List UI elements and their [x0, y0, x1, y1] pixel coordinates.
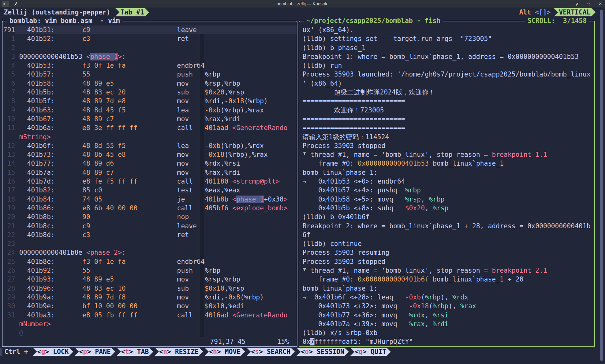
- scrollbar-thumb[interactable]: [600, 10, 603, 361]
- asm-line: 5 401b57: 55 push %rbp: [3, 70, 297, 79]
- keybind-pane[interactable]: <p> PANE: [75, 348, 115, 356]
- asm-line: 19 401b86: e8 6b 40 00 00 call 405bf6 <e…: [3, 204, 297, 213]
- terminal-line: (lldb) continue: [299, 239, 594, 248]
- asm-line: mString>: [3, 133, 297, 141]
- asm-line: 22 401b8d: c3 ret: [3, 230, 297, 239]
- terminal-line: Process 35903 stopped: [299, 141, 594, 150]
- asm-line: 17 401b82: 85 c0 test %eax,%eax: [3, 186, 297, 195]
- scrollbar[interactable]: [599, 9, 604, 362]
- terminal-line: ==========================: [299, 123, 594, 132]
- line-number: [3, 320, 15, 328]
- terminal-line: (lldb) b phase_1: [299, 43, 594, 52]
- asm-line: 9 401b63: 48 8d 45 f5 lea -0xb(%rbp),%ra…: [3, 106, 297, 115]
- line-number: 18: [3, 195, 15, 204]
- line-number: 27: [3, 275, 15, 284]
- terminal-line: frame #0: 0x0000000000401b6f bomb_linux`…: [299, 275, 594, 284]
- keybind-lock[interactable]: <g> LOCK: [33, 348, 73, 356]
- asm-line: 30000000000401b53 <phase_1>:: [3, 52, 297, 61]
- asm-line: 1 401b52: c3 ret: [3, 34, 297, 43]
- terminal-line: 0x401b73 <+32>: movq -0x18(%rbp), %rax: [299, 302, 594, 310]
- asm-line: 16 401b7d: e8 fe f5 ff ff call 401180 <s…: [3, 177, 297, 186]
- terminal-line: * thread #1, name = 'bomb_linux', stop r…: [299, 150, 594, 159]
- line-number: 4: [3, 61, 15, 70]
- vim-buffer[interactable]: 791 401b51: c9 leave1 401b52: c3 ret2300…: [3, 26, 297, 346]
- maximize-icon[interactable]: ◇: [587, 1, 591, 7]
- asm-line: 31 401ba3: e8 05 fb ff ff call 4016ad <G…: [3, 311, 297, 320]
- asm-line: 791,37-45 15%: [3, 337, 297, 346]
- line-number: 10: [3, 115, 15, 123]
- terminal-line: → 0x401b6f <+28>: leaq -0xb(%rbp), %rdx: [299, 293, 594, 302]
- line-number: 29: [3, 293, 15, 302]
- terminal-line: 0x401b7a <+39>: movq %rax, %rdi: [299, 320, 594, 328]
- asm-line: @: [3, 328, 297, 337]
- terminal-line: Process 35903 resuming: [299, 248, 594, 257]
- line-number: 24: [3, 248, 15, 257]
- line-number: [3, 337, 15, 346]
- asm-line: 11 401b6a: e8 3e ff ff ff call 401aad <G…: [3, 123, 297, 132]
- terminal-line: bomb_linux`phase_1:: [299, 168, 594, 177]
- line-number: 6: [3, 79, 15, 88]
- line-number: 12: [3, 141, 15, 150]
- asm-line: 26 401b92: 55 push %rbp: [3, 266, 297, 275]
- zellij-status-bar: Ctrl + <g> LOCK<p> PANE<t> TAB<n> RESIZE…: [0, 348, 597, 356]
- terminal-line: Process 35903 stopped: [299, 257, 594, 266]
- asm-line: 10 401b67: 48 89 c7 mov %rax,%rdi: [3, 115, 297, 123]
- asm-line: 2: [3, 43, 297, 52]
- asm-line: 21 401b8c: c9 leave: [3, 222, 297, 230]
- line-number: 2: [3, 43, 15, 52]
- asm-line: 791 401b51: c9 leave: [3, 26, 297, 34]
- keybind-session[interactable]: <o> SESSION: [297, 348, 349, 356]
- line-number: 17: [3, 186, 15, 195]
- ctrl-prefix: Ctrl +: [2, 348, 31, 355]
- line-number: 11: [3, 123, 15, 132]
- terminal-line: 0x401b58 <+5>: movq %rsp, %rbp: [299, 195, 594, 204]
- asm-line: 18 401b84: 74 05 je 401b8b <phase_1+0x38…: [3, 195, 297, 204]
- terminal-line: frame #0: 0x0000000000401b53 bomb_linux`…: [299, 159, 594, 168]
- line-number: 23: [3, 239, 15, 248]
- terminal-line: (lldb) x/s $rbp-0xb: [299, 328, 594, 337]
- asm-line: 4 401b53: f3 0f 1e fa endbr64: [3, 61, 297, 70]
- terminal-line: → 0x401b53 <+0>: endbr64: [299, 177, 594, 186]
- line-number: 31: [3, 311, 15, 320]
- terminal-line: ==========================: [299, 97, 594, 105]
- asm-line: 13 401b73: 48 8b 45 e8 mov -0x18(%rbp),%…: [3, 150, 297, 159]
- shell-pane[interactable]: ~/project/csapp2025/bomblab - fish SCROL…: [299, 21, 595, 347]
- line-number: 16: [3, 177, 15, 186]
- asm-line: 27 401b93: 48 89 e5 mov %rsp,%rbp: [3, 275, 297, 284]
- keybind-search[interactable]: <s> SEARCH: [247, 348, 295, 356]
- terminal-line: ' (x86_64): [299, 79, 594, 88]
- titlebar[interactable]: >_ bomblab : zellij — Konsole ∨ ◇ ×: [0, 0, 605, 8]
- keybind-tab[interactable]: <t> TAB: [117, 348, 153, 356]
- lldb-output[interactable]: ux' (x86_64).(lldb) settings set -- targ…: [299, 26, 594, 346]
- asm-line: 8 401b5f: 48 89 7d e8 mov %rdi,-0x18(%rb…: [3, 97, 297, 105]
- close-icon[interactable]: ×: [598, 1, 602, 7]
- keybind-move[interactable]: <h> MOVE: [205, 348, 245, 356]
- terminal-line: bomb_linux`phase_1:: [299, 284, 594, 293]
- line-number: 15: [3, 168, 15, 177]
- line-number: 20: [3, 213, 15, 221]
- session-name: Zellij (outstanding-pepper): [4, 9, 110, 16]
- line-number: 25: [3, 257, 15, 266]
- terminal-line: 欢迎你！723005: [299, 106, 594, 115]
- terminal-line: Breakpoint 1: where = bomb_linux`phase_1…: [299, 52, 594, 61]
- tab-1[interactable]: Tab #1: [115, 8, 149, 16]
- terminal-line: (lldb) b 0x401b6f: [299, 213, 594, 221]
- asm-line: 23: [3, 239, 297, 248]
- asm-line: 7 401b5b: 48 83 ec 20 sub $0x20,%rsp: [3, 88, 297, 97]
- line-number: [3, 328, 15, 337]
- terminal-line: (lldb) run: [299, 61, 594, 70]
- layout-mode-badge: VERTICAL: [554, 8, 596, 16]
- asm-line: mNumber>: [3, 320, 297, 328]
- line-number: 26: [3, 266, 15, 275]
- terminal-line: ux' (x86_64).: [299, 26, 594, 34]
- asm-line: 29 401b9a: 48 89 7d f8 mov %rdi,-0x8(%rb…: [3, 293, 297, 302]
- terminal-line: Process 35903 launched: '/home/gh0s7/pro…: [299, 70, 594, 79]
- asm-line: 6 401b58: 48 89 e5 mov %rsp,%rbp: [3, 79, 297, 88]
- keybind-resize[interactable]: <n> RESIZE: [155, 348, 203, 356]
- vim-pane[interactable]: bomblab: vim bomb.asm - vim 791 401b51: …: [2, 21, 297, 347]
- minimize-icon[interactable]: ∨: [575, 1, 579, 7]
- line-number: [3, 133, 15, 141]
- keybind-quit[interactable]: <q> QUIT: [350, 348, 391, 356]
- line-number: 28: [3, 284, 15, 293]
- terminal-line: 超级二进制炸弹2024版，欢迎你！: [299, 88, 594, 97]
